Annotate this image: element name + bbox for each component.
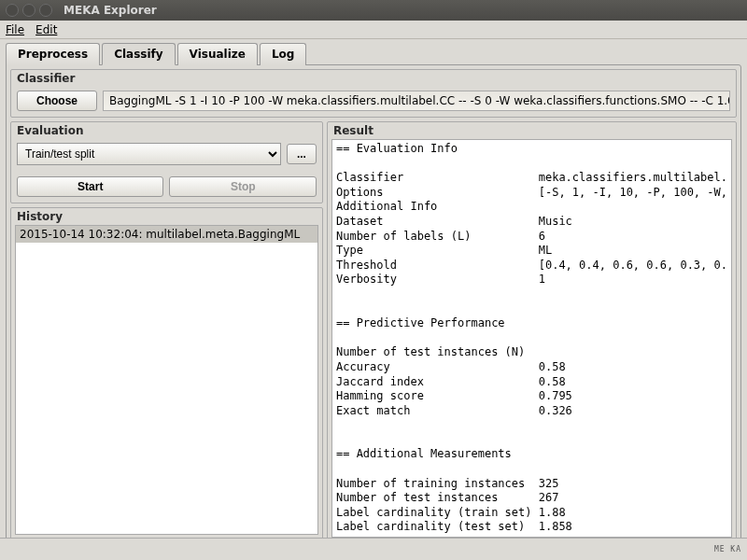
menu-edit[interactable]: Edit bbox=[35, 23, 57, 36]
titlebar: MEKA Explorer bbox=[0, 0, 747, 21]
history-item[interactable]: 2015-10-14 10:32:04: multilabel.meta.Bag… bbox=[16, 226, 317, 243]
menubar: File Edit bbox=[0, 21, 747, 39]
history-group: History 2015-10-14 10:32:04: multilabel.… bbox=[10, 207, 323, 539]
classifier-group: Classifier Choose BaggingML -S 1 -I 10 -… bbox=[10, 69, 737, 118]
start-button[interactable]: Start bbox=[17, 176, 163, 197]
tab-panel: Classifier Choose BaggingML -S 1 -I 10 -… bbox=[6, 64, 741, 548]
tab-classify[interactable]: Classify bbox=[102, 43, 175, 65]
tab-preprocess[interactable]: Preprocess bbox=[6, 43, 100, 65]
menu-file[interactable]: File bbox=[6, 23, 24, 36]
evaluation-group: Evaluation Train/test split ... Start St… bbox=[10, 121, 323, 203]
tab-bar: Preprocess Classify Visualize Log bbox=[6, 43, 741, 65]
maximize-icon[interactable] bbox=[39, 4, 52, 17]
tab-log[interactable]: Log bbox=[260, 43, 306, 65]
choose-button[interactable]: Choose bbox=[17, 91, 97, 111]
window-title: MEKA Explorer bbox=[63, 4, 157, 17]
classifier-text[interactable]: BaggingML -S 1 -I 10 -P 100 -W meka.clas… bbox=[103, 91, 730, 111]
meka-logo: ME KA bbox=[714, 546, 741, 553]
history-list[interactable]: 2015-10-14 10:32:04: multilabel.meta.Bag… bbox=[15, 225, 318, 535]
tab-visualize[interactable]: Visualize bbox=[177, 43, 258, 65]
evaluation-combo[interactable]: Train/test split bbox=[17, 143, 281, 165]
close-icon[interactable] bbox=[6, 4, 19, 17]
result-group: Result == Evaluation Info Classifier mek… bbox=[327, 121, 737, 542]
result-group-title: Result bbox=[328, 122, 736, 139]
result-textarea[interactable]: == Evaluation Info Classifier meka.class… bbox=[331, 139, 732, 538]
status-bar: ME KA bbox=[0, 538, 747, 560]
evaluation-group-title: Evaluation bbox=[11, 122, 322, 139]
classifier-group-title: Classifier bbox=[11, 70, 736, 87]
minimize-icon[interactable] bbox=[22, 4, 35, 17]
evaluation-options-button[interactable]: ... bbox=[287, 144, 317, 164]
history-group-title: History bbox=[11, 208, 322, 225]
stop-button: Stop bbox=[169, 176, 316, 197]
